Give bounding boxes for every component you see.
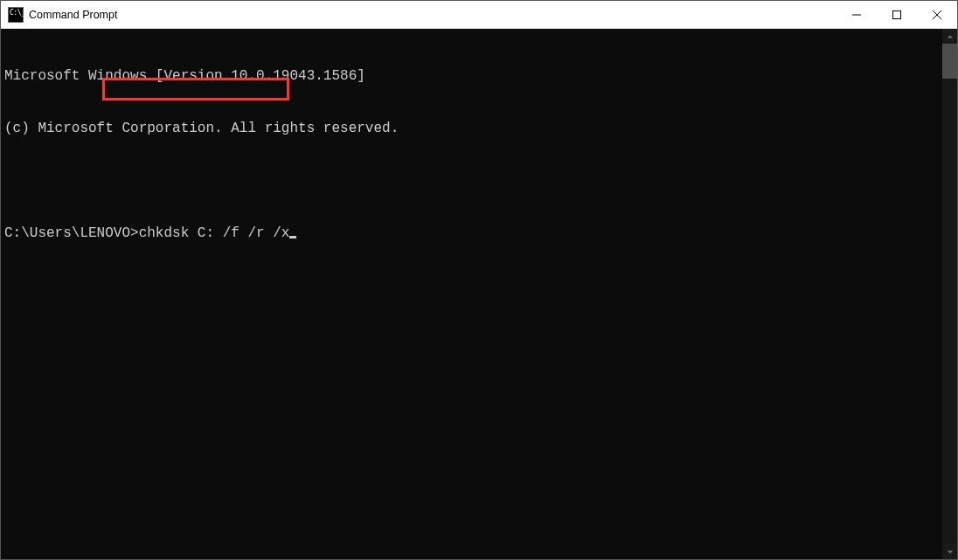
scroll-down-button[interactable] [942, 544, 957, 559]
scroll-up-button[interactable] [942, 29, 957, 44]
svg-rect-1 [893, 10, 901, 18]
vertical-scrollbar[interactable] [942, 29, 957, 559]
maximize-button[interactable] [877, 1, 917, 28]
blank-line [4, 172, 942, 190]
minimize-button[interactable] [837, 1, 877, 28]
typed-command: chkdsk C: /f /r /x [139, 225, 290, 241]
text-cursor [289, 236, 296, 239]
prompt-path: C:\Users\LENOVO> [4, 225, 139, 241]
copyright-line: (c) Microsoft Corporation. All rights re… [4, 120, 942, 137]
scroll-track[interactable] [942, 44, 957, 544]
window-controls [837, 1, 957, 28]
titlebar[interactable]: Command Prompt [1, 1, 957, 29]
window-title: Command Prompt [29, 9, 117, 21]
command-prompt-window: Command Prompt Microsoft Windows [Versio… [0, 0, 958, 560]
terminal[interactable]: Microsoft Windows [Version 10.0.19043.15… [1, 29, 942, 559]
client-area: Microsoft Windows [Version 10.0.19043.15… [1, 29, 957, 559]
cmd-icon [8, 7, 24, 23]
scroll-thumb[interactable] [942, 44, 957, 79]
prompt-line: C:\Users\LENOVO>chkdsk C: /f /r /x [4, 225, 942, 242]
version-line: Microsoft Windows [Version 10.0.19043.15… [4, 67, 942, 85]
close-button[interactable] [917, 1, 957, 28]
